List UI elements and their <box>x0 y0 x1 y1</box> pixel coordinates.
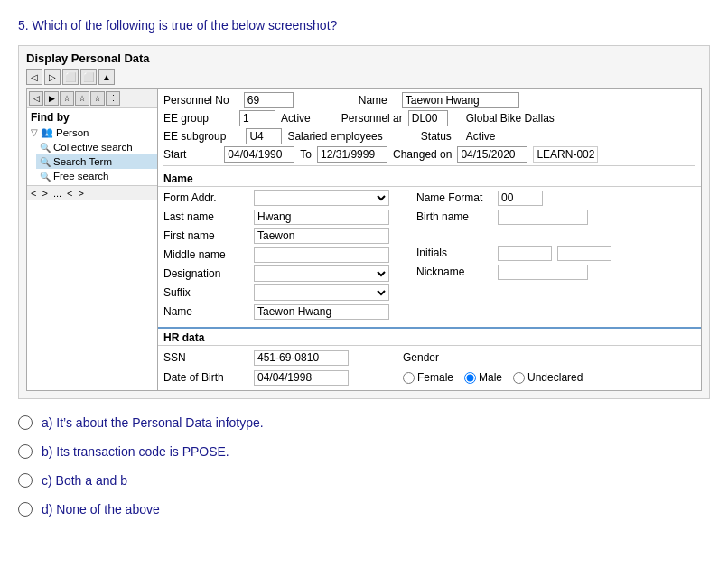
nickname-input[interactable] <box>498 265 588 280</box>
toolbar-btn-1[interactable]: ◁ <box>26 69 42 85</box>
changed-on-input[interactable] <box>457 146 527 163</box>
gender-undeclared[interactable]: Undeclared <box>513 371 583 384</box>
status-label: Status <box>421 130 452 143</box>
search-term-icon: 🔍 <box>40 157 51 167</box>
personnel-no-label: Personnel No <box>163 94 229 107</box>
sidebar-item-person[interactable]: ▽ 👥 Person <box>27 125 157 140</box>
nav-btn-star3[interactable]: ☆ <box>90 91 105 106</box>
last-name-row: Last name <box>163 208 416 226</box>
ssn-label: SSN <box>163 351 254 364</box>
personnel-no-input[interactable] <box>244 92 294 108</box>
answer-d-radio[interactable] <box>18 502 33 517</box>
nav-btn-next[interactable]: ▶ <box>44 91 59 106</box>
content-area: Personnel No Name EE group Active Person… <box>158 89 701 390</box>
middle-name-input[interactable] <box>254 247 389 263</box>
name-format-label: Name Format <box>416 191 498 204</box>
bottom-nav-prev[interactable]: < <box>29 188 38 199</box>
free-search-label: Free search <box>53 171 108 182</box>
bottom-nav-prev2[interactable]: < <box>65 188 74 199</box>
collective-search-icon: 🔍 <box>40 143 51 153</box>
nav-btn-star1[interactable]: ☆ <box>60 91 74 106</box>
personnel-ar-input[interactable] <box>408 110 448 126</box>
answer-c[interactable]: c) Both a and b <box>18 473 710 488</box>
sidebar-item-search-term[interactable]: 🔍 Search Term <box>36 154 157 169</box>
name-full-row: Name <box>163 303 416 321</box>
find-by-label: Find by <box>27 108 157 125</box>
start-input[interactable] <box>224 146 294 163</box>
answer-a[interactable]: a) It’s about the Personal Data infotype… <box>18 415 710 430</box>
answer-b[interactable]: b) Its transaction code is PPOSE. <box>18 444 710 459</box>
initials-input[interactable] <box>498 246 552 261</box>
answer-b-text: b) Its transaction code is PPOSE. <box>42 444 229 459</box>
nav-btn-prev[interactable]: ◁ <box>29 91 43 106</box>
middle-name-row: Middle name <box>163 246 416 264</box>
toolbar-btn-3[interactable]: ⬜ <box>62 69 79 85</box>
birth-name-label: Birth name <box>416 210 498 223</box>
main-area: ◁ ▶ ☆ ☆ ☆ ⋮ Find by ▽ 👥 Person 🔍 Collect… <box>26 88 702 391</box>
suffix-select[interactable] <box>254 284 389 301</box>
answer-options: a) It’s about the Personal Data infotype… <box>18 415 710 517</box>
answer-c-radio[interactable] <box>18 473 33 488</box>
gender-female-radio[interactable] <box>403 372 415 384</box>
name-full-label: Name <box>163 305 254 318</box>
first-name-row: First name <box>163 227 416 245</box>
birth-name-input[interactable] <box>498 210 588 225</box>
to-label: To <box>300 148 312 161</box>
dob-label: Date of Birth <box>163 371 254 384</box>
sidebar-nav-bar: ◁ ▶ ☆ ☆ ☆ ⋮ <box>27 89 157 108</box>
answer-a-radio[interactable] <box>18 415 33 430</box>
nav-btn-lines[interactable]: ⋮ <box>106 91 120 106</box>
designation-select[interactable] <box>254 265 389 282</box>
toolbar-btn-4[interactable]: ⬜ <box>80 69 97 85</box>
header-row4: Start To Changed on LEARN-002 <box>163 146 695 166</box>
person-icon: 👥 <box>41 126 53 138</box>
last-name-input[interactable] <box>254 210 389 225</box>
name-col-left: Form Addr. Last name <box>163 189 416 321</box>
name-section-header: Name <box>158 170 701 187</box>
ssn-input[interactable] <box>254 350 349 366</box>
learn-code: LEARN-002 <box>533 146 598 163</box>
nav-btn-star2[interactable]: ☆ <box>75 91 89 106</box>
suffix-row: Suffix <box>163 284 416 302</box>
bottom-nav-next2[interactable]: > <box>76 188 85 199</box>
dob-input[interactable] <box>254 370 349 386</box>
first-name-input[interactable] <box>254 228 389 244</box>
ee-group-input[interactable] <box>239 110 275 126</box>
sidebar-item-collective-search[interactable]: 🔍 Collective search <box>36 140 157 154</box>
status-value: Active <box>466 130 496 143</box>
global-bike-label: Global Bike Dallas <box>466 112 555 125</box>
answer-d[interactable]: d) None of the above <box>18 502 710 517</box>
header-row1: Personnel No Name <box>163 92 695 108</box>
ssn-row: SSN Gender <box>163 349 695 367</box>
bottom-nav-dots[interactable]: ... <box>51 188 63 199</box>
answer-b-radio[interactable] <box>18 444 33 459</box>
answer-c-text: c) Both a and b <box>42 473 127 488</box>
nickname-label: Nickname <box>416 265 498 278</box>
gender-female-label: Female <box>417 371 453 384</box>
toolbar-btn-2[interactable]: ▷ <box>44 69 61 85</box>
form-addr-label: Form Addr. <box>163 191 254 204</box>
ee-group-text: Active <box>281 112 311 125</box>
toolbar-btn-5[interactable]: ▲ <box>98 69 115 85</box>
name-input[interactable] <box>402 92 519 108</box>
toolbar: ◁ ▷ ⬜ ⬜ ▲ <box>26 69 702 85</box>
designation-label: Designation <box>163 267 254 280</box>
gender-male-radio[interactable] <box>464 372 476 384</box>
middle-name-label: Middle name <box>163 248 254 261</box>
bottom-nav-next[interactable]: > <box>40 188 49 199</box>
ee-group-label: EE group <box>163 112 209 125</box>
gender-female[interactable]: Female <box>403 371 453 384</box>
name-section-body: Form Addr. Last name <box>158 187 701 323</box>
ee-subgroup-input[interactable] <box>246 128 282 144</box>
person-label: Person <box>56 127 89 138</box>
initials-input2[interactable] <box>557 246 611 261</box>
name-format-input[interactable] <box>498 191 543 206</box>
gender-male[interactable]: Male <box>464 371 502 384</box>
sidebar: ◁ ▶ ☆ ☆ ☆ ⋮ Find by ▽ 👥 Person 🔍 Collect… <box>27 89 158 390</box>
name-full-input[interactable] <box>254 304 389 320</box>
to-input[interactable] <box>317 146 387 163</box>
form-addr-select[interactable] <box>254 190 389 206</box>
collective-search-label: Collective search <box>53 142 133 153</box>
sidebar-item-free-search[interactable]: 🔍 Free search <box>36 169 157 183</box>
gender-undeclared-radio[interactable] <box>513 372 525 384</box>
